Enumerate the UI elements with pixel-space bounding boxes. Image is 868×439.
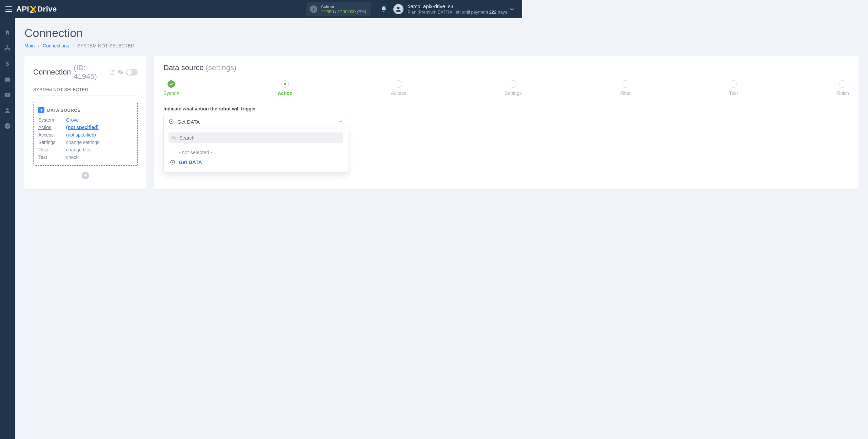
datasource-settings-card: Data source (settings) System Action Acc… (154, 56, 522, 189)
actions-usage-pill[interactable]: i Actions: 12'550 of 200'000 (6%) (307, 2, 371, 16)
connection-card-title: Connection (33, 68, 71, 77)
dollar-icon[interactable]: $ (3, 60, 12, 68)
breadcrumb-current: SYSTEM NOT SELECTED (77, 43, 135, 48)
option-not-selected[interactable]: - not selected - (169, 147, 343, 157)
ds-badge: 1 (38, 107, 44, 113)
action-select-box[interactable]: Get DATA (163, 115, 348, 128)
add-button[interactable]: + (82, 172, 89, 179)
ds-label: DATA SOURCE (47, 108, 80, 113)
step-system[interactable]: System (163, 80, 179, 96)
svg-rect-5 (5, 78, 10, 82)
v-test[interactable]: check (66, 154, 133, 160)
actions-count: 12'550 (321, 9, 334, 14)
top-header: API Drive i Actions: 12'550 of 200'000 (… (0, 0, 522, 18)
user-icon[interactable] (3, 106, 12, 114)
k-test: Test (38, 154, 66, 160)
v-action[interactable]: (not specified) (66, 125, 133, 130)
actions-text: Actions: 12'550 of 200'000 (6%) (321, 4, 366, 14)
v-settings[interactable]: change settings (66, 140, 133, 145)
username: demo_apix-drive_s3 (408, 3, 509, 10)
k-filter: Filter (38, 147, 66, 152)
svg-point-7 (6, 108, 9, 110)
actions-of: of (335, 9, 339, 14)
svg-text:$: $ (6, 61, 9, 67)
v-access[interactable]: (not specified) (66, 132, 133, 138)
breadcrumb-connections[interactable]: Connections (43, 43, 69, 48)
v-filter[interactable]: change filter (66, 147, 133, 152)
k-system: System (38, 117, 66, 123)
v-system[interactable]: Crove (66, 117, 133, 123)
help-icon[interactable]: ? (3, 122, 12, 130)
hamburger-menu-icon[interactable] (4, 4, 14, 14)
step-action[interactable]: Action (278, 80, 293, 96)
k-action: Action (38, 125, 66, 130)
briefcase-icon[interactable] (3, 75, 12, 83)
breadcrumb-main[interactable]: Main (24, 43, 35, 48)
search-icon (172, 135, 177, 140)
svg-text:?: ? (6, 124, 9, 128)
main-content: Connection Main / Connections / SYSTEM N… (15, 18, 522, 266)
data-source-box: 1 DATA SOURCE System Crove Action (not s… (33, 102, 138, 166)
step-settings[interactable]: Settings (505, 80, 522, 96)
left-rail: $ ? (0, 18, 15, 266)
k-access: Access (38, 132, 66, 138)
svg-rect-3 (8, 49, 10, 50)
chevron-down-icon[interactable] (509, 6, 515, 12)
youtube-icon[interactable] (3, 91, 12, 99)
action-dropdown: - not selected - Get DATA (163, 128, 348, 173)
connection-toggle[interactable] (126, 69, 138, 76)
connection-id: (ID: 41945) (74, 63, 106, 81)
k-settings: Settings (38, 140, 66, 145)
user-block[interactable]: demo_apix-drive_s3 Plan |Premium EXTRA| … (408, 3, 509, 15)
svg-rect-1 (7, 45, 8, 47)
document-icon[interactable] (110, 69, 115, 75)
actions-pct: (6%) (357, 9, 366, 14)
actions-total: 200'000 (340, 9, 356, 14)
wizard-steps: System Action Access Settings Filter Tes… (163, 80, 522, 96)
option-get-data[interactable]: Get DATA (169, 157, 343, 167)
play-icon (170, 160, 175, 165)
action-selected-value: Get DATA (177, 119, 200, 125)
brand-logo[interactable]: API Drive (16, 5, 57, 14)
action-search-row (169, 132, 343, 143)
action-select: Get DATA - not selected - Get DATA (163, 115, 348, 173)
breadcrumb: Main / Connections / SYSTEM NOT SELECTED (24, 43, 522, 48)
svg-rect-2 (5, 49, 6, 50)
step-access[interactable]: Access (391, 80, 406, 96)
action-field-label: Indicate what action the robot will trig… (163, 106, 522, 111)
plan-line: Plan |Premium EXTRA| left until payment … (408, 9, 509, 15)
avatar-icon[interactable] (393, 4, 403, 14)
bell-icon[interactable] (380, 6, 387, 13)
connection-card: Connection (ID: 41945) SYSTEM NOT SELECT… (24, 56, 146, 189)
action-search-input[interactable] (179, 135, 340, 141)
connection-subtitle: SYSTEM NOT SELECTED (33, 87, 138, 96)
chevron-up-icon (338, 119, 343, 124)
gear-icon[interactable] (118, 69, 123, 75)
actions-label: Actions: (321, 4, 366, 9)
info-icon: i (310, 5, 317, 13)
page-title: Connection (24, 26, 522, 40)
brand-api: API (16, 5, 29, 14)
home-icon[interactable] (3, 28, 12, 37)
play-icon (169, 119, 174, 124)
sitemap-icon[interactable] (3, 44, 12, 52)
right-title: Data source (settings) (163, 63, 522, 72)
brand-x (30, 5, 37, 13)
brand-drive: Drive (37, 5, 57, 14)
svg-point-0 (397, 7, 400, 9)
